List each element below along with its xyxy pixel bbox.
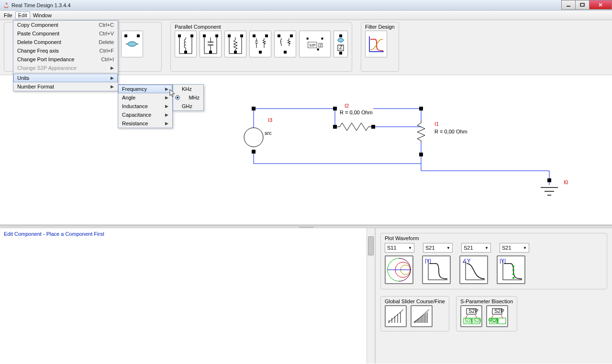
bisection-label: S-Parameter Bisection [460,298,513,304]
label-i3: I3 [268,117,272,123]
dd-freq-ghz[interactable]: GHz [173,102,203,110]
svg-rect-75 [547,178,551,182]
dd-units-resistance[interactable]: Resistance▶ [118,119,172,128]
edit-hint: Edit Component - Place a Component First [4,231,371,237]
svg-text:S2P: S2P [488,318,498,323]
parallel-resistor-button[interactable] [224,31,246,57]
svg-rect-37 [290,34,293,37]
edit-component-panel: Edit Component - Place a Component First [0,228,376,364]
svg-rect-49 [339,52,342,55]
plot-select-s21-a[interactable]: S21▼ [423,243,453,253]
svg-text:Z: Z [339,44,343,50]
dd-change-freq-axis[interactable]: Change Freq axisCtrl+F [13,46,118,55]
parallel-inductor-button[interactable] [175,31,197,57]
scrollbar[interactable] [367,228,375,364]
svg-rect-74 [419,153,423,156]
edit-dropdown: Copy ComponentCtrl+C Paste ComponentCtrl… [13,20,118,91]
units-dropdown: Frequency▶ Angle▶ Inductance▶ Capacitanc… [118,84,173,128]
parallel-s2p-button[interactable]: S2PZ [299,31,331,57]
svg-point-64 [244,128,263,147]
svg-rect-69 [252,150,256,154]
java-icon [3,2,10,9]
svg-point-90 [512,273,514,275]
dd-delete-component[interactable]: Delete ComponentDelete [13,38,118,46]
svg-rect-1 [580,3,584,6]
svg-text:Z: Z [320,43,322,47]
minimize-button[interactable] [561,0,576,10]
dd-units-inductance[interactable]: Inductance▶ [118,102,172,110]
plot-select-s21-b[interactable]: S21▼ [461,243,491,253]
dd-copy-component[interactable]: Copy ComponentCtrl+C [13,21,118,29]
dd-number-format[interactable]: Number Format▶ [13,82,118,91]
svg-rect-30 [265,34,268,37]
svg-rect-22 [209,51,212,54]
svg-point-46 [338,38,344,42]
chevron-down-icon: ▼ [485,246,489,250]
markers-plot-button[interactable]: |Y| [497,255,525,284]
dd-change-port-impedance[interactable]: Change Port ImpedanceCtrl+I [13,55,118,64]
svg-rect-3 [137,34,140,37]
circuit-canvas[interactable]: I3 src I2 R = 0,00 Ohm I1 R = 0,00 Ohm I… [0,75,612,226]
label-src: src [265,130,272,136]
parallel-z-button[interactable]: Z [334,31,348,57]
dd-freq-mhz[interactable]: MHz [173,93,203,102]
phase-plot-button[interactable]: ∠Y [459,255,488,284]
svg-point-5 [128,42,136,46]
svg-rect-70 [333,107,337,110]
menu-edit[interactable]: Edit [15,11,30,19]
dd-units-capacitance[interactable]: Capacitance▶ [118,110,172,119]
svg-rect-8 [190,34,193,37]
label-r1: R = 0,00 Ohm [434,129,467,134]
svg-rect-12 [184,51,187,54]
series-capacitor-button[interactable] [121,31,143,57]
radio-selected-icon [175,95,180,100]
dd-units[interactable]: Units▶ [13,74,118,82]
slider-coarse-button[interactable] [385,305,407,327]
parallel-capacitor-button[interactable] [200,31,222,57]
label-i0: I0 [564,179,568,185]
parallel-rlc2-button[interactable] [274,31,296,57]
filter-design-group: Filter Design [361,22,399,72]
magnitude-plot-button[interactable]: |Y| [422,255,451,284]
dd-units-frequency[interactable]: Frequency▶ [118,85,172,93]
svg-rect-38 [284,51,287,54]
smith-chart-button[interactable] [385,255,413,284]
parallel-label: Parallel Component [175,24,348,30]
svg-text:S2P: S2P [473,318,481,323]
plot-select-s11[interactable]: S11▼ [385,243,414,253]
menu-file[interactable]: File [1,11,15,19]
label-i2: I2 [345,103,349,109]
svg-text:S2P: S2P [468,308,478,314]
filter-design-button[interactable] [365,31,387,57]
dd-units-angle[interactable]: Angle▶ [118,93,172,102]
plot-title: Plot Waveform [385,235,603,241]
close-button[interactable] [589,0,612,10]
menu-window[interactable]: Window [30,11,55,19]
svg-text:∠Y: ∠Y [462,258,471,264]
svg-rect-28 [234,51,237,54]
plot-select-s21-c[interactable]: S21▼ [500,243,529,253]
bisection-a-button[interactable]: S2PS2PS2P [460,305,482,327]
dd-paste-component[interactable]: Paste ComponentCtrl+V [13,29,118,38]
titlebar: Real Time Design 1.3.4.4 [0,0,612,11]
svg-rect-73 [419,107,423,110]
svg-rect-72 [371,125,375,129]
svg-text:S2P: S2P [494,308,504,314]
svg-rect-35 [259,51,262,54]
slider-fine-button[interactable] [411,305,433,327]
svg-point-91 [512,277,514,279]
parallel-component-group: Parallel Component S2PZ Z [170,22,352,72]
parallel-rlc-button[interactable] [249,31,271,57]
svg-point-89 [512,269,514,271]
maximize-button[interactable] [575,0,590,10]
svg-rect-39 [307,38,309,40]
svg-rect-40 [321,38,323,40]
window-controls [562,0,612,10]
svg-point-88 [512,265,514,267]
chevron-down-icon: ▼ [446,246,450,250]
dd-freq-khz[interactable]: KHz [173,85,203,93]
label-i1: I1 [434,121,439,127]
svg-rect-24 [240,34,243,37]
filter-label: Filter Design [365,24,395,30]
bisection-b-button[interactable]: S2PS2PS2P [486,305,508,327]
